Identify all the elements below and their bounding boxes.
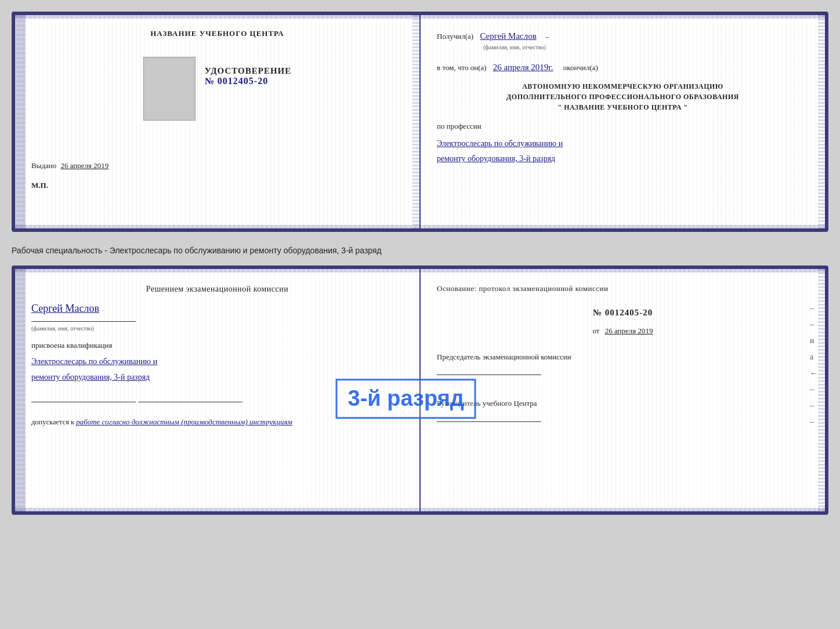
photo-placeholder (143, 57, 195, 121)
predsedatel-sig-line (437, 375, 541, 375)
vtom-label: в том, что он(а) (437, 63, 487, 72)
fio-label-1: (фамилия, имя, отчество) (483, 43, 809, 52)
profession-handwritten-block: Электрослесарь по обслуживанию и ремонту… (437, 136, 809, 167)
middle-label: Рабочая специальность - Электрослесарь п… (12, 242, 828, 255)
vydano-date: 26 апреля 2019 (61, 161, 109, 170)
udostoverenie-title: УДОСТОВЕРЕНИЕ (205, 66, 292, 76)
ot-line: от 26 апреля 2019 (437, 325, 809, 337)
letter-i: и (810, 336, 818, 346)
vydano-label: Выдано (31, 161, 56, 170)
qual-line1: Электрослесарь по обслуживанию и (31, 354, 403, 370)
ot-date: 26 апреля 2019 (605, 326, 653, 335)
doc2-number: № 0012405-20 (593, 308, 653, 317)
ot-label: от (592, 326, 599, 335)
number-line: № 0012405-20 (437, 306, 809, 319)
poluchil-label: Получил(а) (437, 32, 473, 41)
name-block: Сергей Маслов (фамилия, имя, отчество) (31, 303, 403, 332)
cert-right-panel: Получил(а) Сергей Маслов – (фамилия, имя… (421, 15, 825, 228)
fio-label-2: (фамилия, имя, отчество) (31, 325, 403, 332)
side-bar-right-2 (818, 269, 825, 511)
po-professii-label: по профессии (437, 121, 809, 133)
rukovoditel-block: Руководитель учебного Центра (437, 398, 809, 427)
resheniem-line: Решением экзаменационной комиссии (31, 283, 403, 296)
udostoverenie-block: УДОСТОВЕРЕНИЕ № 0012405-20 (205, 66, 292, 86)
side-bar-right-1 (412, 15, 419, 228)
org-line2: ДОПОЛНИТЕЛЬНОГО ПРОФЕССИОНАЛЬНОГО ОБРАЗО… (437, 92, 809, 102)
profession-line1: Электрослесарь по обслуживанию и (437, 136, 809, 152)
signature-area (31, 395, 403, 406)
vydano-line: Выдано 26 апреля 2019 (31, 161, 403, 170)
rukovoditel-sig-line (437, 421, 541, 422)
certificate-doc-1: НАЗВАНИЕ УЧЕБНОГО ЦЕНТРА УДОСТОВЕРЕНИЕ №… (12, 12, 828, 232)
left-header: НАЗВАНИЕ УЧЕБНОГО ЦЕНТРА (150, 29, 284, 38)
sig-line-2 (138, 402, 242, 402)
letter-a: а (810, 352, 818, 362)
side-bar-left-2 (15, 269, 26, 511)
org-line3: " НАЗВАНИЕ УЧЕБНОГО ЦЕНТРА " (437, 102, 809, 112)
side-bar-right-doc1-right (818, 15, 825, 228)
person-name: Сергей Маслов (31, 303, 99, 314)
dopuskaetsya-label: допускается к (31, 418, 74, 426)
dash-4: – (810, 401, 818, 410)
cert-left-inner: НАЗВАНИЕ УЧЕБНОГО ЦЕНТРА УДОСТОВЕРЕНИЕ №… (31, 29, 403, 190)
sec-right-content: Основание: протокол экзаменационной коми… (437, 283, 809, 427)
udostoverenie-number: № 0012405-20 (205, 76, 292, 86)
right-decorations: – – и а ← – – – (810, 304, 818, 427)
org-block: АВТОНОМНУЮ НЕКОММЕРЧЕСКУЮ ОРГАНИЗАЦИЮ ДО… (437, 81, 809, 112)
profession-line2: ремонту оборудования, 3-й разряд (437, 151, 809, 167)
name-underline (31, 321, 136, 322)
dopuskaetsya-block: допускается к работе согласно должностны… (31, 417, 403, 427)
dash-2: – (810, 320, 818, 329)
resheniem-text: Решением экзаменационной комиссии (146, 285, 289, 293)
poluchil-name: Сергей Маслов (480, 31, 536, 41)
cert-left-panel: НАЗВАНИЕ УЧЕБНОГО ЦЕНТРА УДОСТОВЕРЕНИЕ №… (15, 15, 421, 228)
okonchil: окончил(а) (563, 63, 598, 72)
rukovoditel-text: Руководитель учебного Центра (437, 399, 537, 408)
vtom-line: в том, что он(а) 26 апреля 2019г. окончи… (437, 60, 809, 74)
dash-3: – (810, 385, 818, 394)
osnovanie-line: Основание: протокол экзаменационной коми… (437, 283, 809, 295)
qualification-block: Электрослесарь по обслуживанию и ремонту… (31, 354, 403, 385)
prisvoyena-line: присвоена квалификация (31, 340, 403, 352)
vydano-block: Выдано 26 апреля 2019 (31, 144, 403, 170)
sec-right-panel: Основание: протокол экзаменационной коми… (421, 269, 825, 511)
org-line1: АВТОНОМНУЮ НЕКОММЕРЧЕСКУЮ ОРГАНИЗАЦИЮ (437, 81, 809, 92)
predsedatel-block: Председатель экзаменационной комиссии (437, 351, 809, 381)
certificate-doc-2: Решением экзаменационной комиссии Сергей… (12, 266, 828, 515)
side-bar-left-1 (15, 15, 26, 228)
poluchil-line: Получил(а) Сергей Маслов – (фамилия, имя… (437, 29, 809, 52)
osnovanie-text: Основание: протокол экзаменационной коми… (437, 284, 608, 293)
photo-area: УДОСТОВЕРЕНИЕ № 0012405-20 (143, 57, 292, 128)
page-wrapper: НАЗВАНИЕ УЧЕБНОГО ЦЕНТРА УДОСТОВЕРЕНИЕ №… (12, 12, 828, 515)
vtom-date: 26 апреля 2019г. (493, 63, 553, 72)
dash-5: – (810, 417, 818, 427)
mp-line: М.П. (31, 181, 48, 190)
sec-left-panel: Решением экзаменационной комиссии Сергей… (15, 269, 421, 511)
dopusk-text: работе согласно должностным (производств… (76, 417, 292, 426)
qual-line2: ремонту оборудования, 3-й разряд (31, 370, 403, 386)
dash-1: – (810, 304, 818, 313)
predsedatel-text: Председатель экзаменационной комиссии (437, 352, 571, 361)
arrow-left: ← (810, 369, 818, 378)
sig-line-1 (31, 402, 136, 402)
